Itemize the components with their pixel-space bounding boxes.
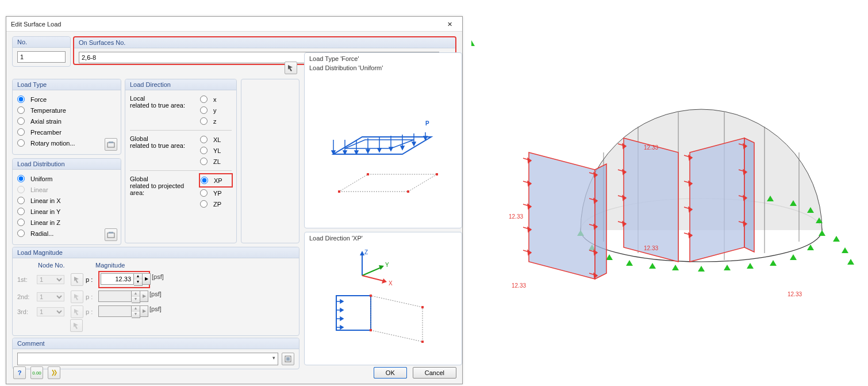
aux-preview-panel (241, 79, 299, 243)
svg-marker-51 (649, 263, 656, 269)
svg-marker-58 (807, 244, 814, 250)
svg-text:12.33: 12.33 (644, 245, 658, 251)
load-direction-preview: Load Direction 'XP' Z Y X (304, 232, 462, 365)
cancel-button[interactable]: Cancel (413, 367, 456, 379)
help-icon[interactable]: ? (13, 366, 26, 379)
ok-button[interactable]: OK (374, 367, 407, 379)
favorites-icon[interactable] (48, 366, 60, 379)
load-dist-library-icon[interactable] (105, 228, 117, 241)
load-dist-linear-z[interactable]: Linear in Z (17, 217, 116, 228)
svg-marker-53 (698, 266, 705, 272)
svg-line-25 (362, 276, 385, 281)
on-surfaces-label: On Surfaces No. (74, 37, 455, 48)
dir-xl[interactable]: XL (200, 134, 232, 145)
svg-marker-101 (744, 138, 754, 252)
load-direction-title: Load Direction (125, 79, 236, 90)
svg-marker-59 (819, 230, 825, 236)
svg-line-23 (362, 267, 382, 276)
col-magnitude: Magnitude (95, 262, 164, 269)
svg-text:12.33: 12.33 (644, 144, 658, 151)
dir-yp[interactable]: YP (200, 188, 232, 198)
load-magnitude-group: Load Magnitude Node No. Magnitude 1st: 1… (12, 247, 299, 336)
dir-zl[interactable]: ZL (200, 156, 232, 167)
load-type-group: Load Type Force Temperature Axial strain… (12, 79, 121, 155)
svg-text:X: X (389, 280, 393, 286)
svg-marker-100 (690, 138, 744, 262)
dir-y[interactable]: y (200, 105, 232, 116)
global-true-area-label: Global related to true area: (130, 134, 200, 167)
load-type-library-icon[interactable] (105, 138, 117, 151)
svg-marker-57 (790, 254, 797, 260)
load-type-rotary-motion[interactable]: Rotary motion... (17, 137, 116, 148)
svg-marker-68 (595, 164, 606, 279)
magnitude-input-1[interactable]: ▲▼ ▶ (101, 273, 151, 286)
node-select-1: 1 (37, 275, 64, 284)
dir-xp[interactable]: XP (201, 175, 231, 186)
svg-marker-54 (724, 265, 731, 270)
pick-extra-icon (70, 319, 83, 332)
load-magnitude-title: Load Magnitude (13, 247, 299, 258)
load-dist-radial[interactable]: Radial... (17, 228, 116, 239)
preview2-line1: Load Direction 'XP' (305, 232, 462, 244)
node-select-3: 1 (37, 307, 64, 316)
load-type-temperature[interactable]: Temperature (17, 105, 116, 116)
node-select-2: 1 (37, 292, 64, 301)
svg-marker-16 (339, 174, 437, 192)
svg-rect-0 (107, 143, 114, 147)
dir-x[interactable]: x (200, 94, 232, 105)
magnitude-input-2: ▲▼▶ (98, 291, 148, 303)
units-icon[interactable]: 0.00 (30, 366, 43, 379)
col-node-no: Node No. (38, 262, 78, 269)
load-dist-linear: Linear (17, 184, 116, 195)
load-distribution-group: Load Distribution Uniform Linear Linear … (12, 158, 121, 245)
local-true-area-label: Local related to true area: (130, 94, 200, 127)
load-dist-linear-y[interactable]: Linear in Y (17, 206, 116, 217)
svg-text:12.33: 12.33 (512, 282, 526, 289)
model-viewport[interactable]: 12.33 12.33 (471, 40, 862, 362)
comment-title: Comment (13, 338, 299, 349)
svg-marker-49 (606, 254, 613, 260)
spin-down-icon[interactable]: ▼ (134, 280, 142, 285)
svg-rect-35 (421, 341, 424, 343)
load-dist-linear-x[interactable]: Linear in X (17, 195, 116, 206)
svg-marker-67 (529, 152, 595, 279)
pick-node-3-icon (71, 305, 83, 318)
load-type-force[interactable]: Force (17, 94, 116, 105)
svg-rect-37 (370, 295, 372, 297)
svg-rect-3 (109, 232, 113, 234)
no-label: No. (13, 37, 70, 48)
spin-up-icon[interactable]: ▲ (134, 274, 142, 280)
magnitude-input-3: ▲▼▶ (98, 305, 148, 318)
svg-marker-64 (833, 236, 840, 242)
pick-node-2-icon (71, 291, 83, 303)
svg-rect-2 (107, 233, 114, 238)
load-dist-uniform[interactable]: Uniform (17, 173, 116, 184)
no-input[interactable] (17, 51, 66, 63)
load-type-axial-strain[interactable]: Axial strain (17, 116, 116, 127)
dir-yl[interactable]: YL (200, 145, 232, 156)
svg-rect-18 (407, 190, 409, 193)
svg-marker-91 (624, 138, 678, 262)
load-type-precamber[interactable]: Precamber (17, 127, 116, 137)
dir-z[interactable]: z (200, 116, 232, 127)
load-type-preview: Load Type 'Force' Load Distribution 'Uni… (304, 52, 462, 228)
svg-marker-33 (371, 296, 423, 342)
play-icon[interactable]: ▶ (143, 273, 151, 285)
dir-zp[interactable]: ZP (200, 198, 232, 209)
svg-marker-55 (747, 263, 754, 269)
button-bar: ? 0.00 OK Cancel (6, 362, 462, 384)
svg-rect-19 (436, 173, 438, 175)
load-direction-group: Load Direction Local related to true are… (125, 79, 237, 243)
preview1-line1: Load Type 'Force' (305, 53, 462, 64)
chevron-down-icon[interactable]: ▾ (272, 355, 275, 361)
svg-rect-1 (109, 142, 113, 143)
magnitude-row-3: 3rd: 1 p : ▲▼▶ [psf] (17, 304, 294, 319)
svg-rect-36 (421, 306, 424, 308)
pick-surfaces-icon[interactable] (285, 62, 297, 74)
svg-rect-20 (367, 173, 369, 175)
global-projected-area-label: Global related to projected area: (130, 174, 200, 209)
close-icon[interactable]: ✕ (441, 17, 458, 31)
svg-marker-52 (672, 265, 679, 270)
svg-marker-65 (842, 247, 848, 253)
force-diagram-icon: P (305, 74, 463, 217)
